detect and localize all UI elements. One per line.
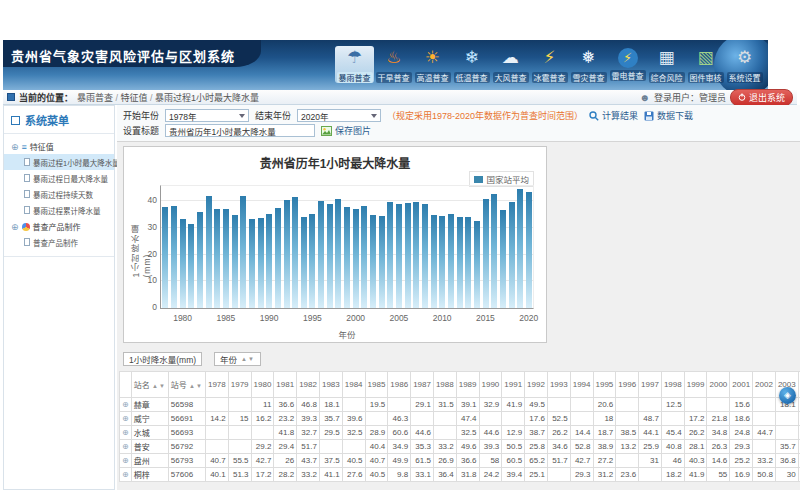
value-cell: 31.5 — [433, 398, 456, 412]
value-cell: 21.8 — [707, 412, 730, 426]
nav-item-5[interactable]: ☁大风普查 — [491, 46, 530, 83]
bar-slot — [300, 217, 309, 308]
year-column-header: 1981 — [274, 372, 297, 398]
value-cell: 25.2 — [730, 454, 753, 468]
bar-slot — [351, 209, 360, 308]
value-cell: 29.1 — [411, 398, 434, 412]
legend-label: 国家站平均 — [486, 173, 529, 185]
sort-year-control[interactable]: 年份 ▲▼ — [214, 352, 261, 366]
bar-slot — [334, 199, 343, 308]
x-tick-label: 2020 — [516, 313, 542, 323]
sidebar-item[interactable]: 暴雨过程1小时最大降水量 — [4, 154, 114, 170]
station-id-cell: 56598 — [168, 398, 205, 412]
value-cell: 36.6 — [456, 454, 479, 468]
user-area: ☻ 登录用户：管理员 退出系统 — [639, 89, 793, 106]
floating-badge[interactable]: ◈ — [779, 387, 796, 404]
value-cell: 39.3 — [297, 412, 320, 426]
nav-item-label: 高温普查 — [415, 72, 451, 83]
nav-item-8[interactable]: ⚡雷电普查 — [608, 46, 647, 83]
breadcrumb-left: 当前的位置： 暴雨普查 / 特征值 / 暴雨过程1小时最大降水量 — [7, 91, 259, 104]
bar-2018 — [509, 202, 515, 308]
nav-item-10[interactable]: ▧图件审核 — [686, 46, 725, 83]
year-column-header: 2001 — [730, 372, 753, 398]
row-expand-icon[interactable]: ⊕ — [120, 440, 132, 454]
login-user-label: 登录用户：管理员 — [654, 91, 726, 104]
sidebar-group-1[interactable]: ⊕≡特征值 — [4, 138, 114, 154]
bar-slot — [429, 215, 438, 308]
value-cell: 29.5 — [319, 426, 342, 440]
chevron-down-icon — [371, 114, 377, 118]
nav-item-label: 冰雹普查 — [532, 72, 568, 83]
sidebar-item[interactable]: 普查产品制作 — [4, 234, 114, 250]
value-cell: 34.8 — [707, 426, 730, 440]
value-cell — [661, 412, 684, 426]
end-year-select[interactable]: 2020年 — [297, 109, 381, 122]
value-cell: 41.8 — [274, 426, 297, 440]
nav-item-11[interactable]: ⚙系统设置 — [725, 46, 764, 83]
data-download-button[interactable]: 数据下载 — [644, 109, 693, 122]
value-cell: 50.5 — [502, 440, 525, 454]
value-cell: 11 — [251, 398, 274, 412]
nav-item-1[interactable]: ☂暴雨普查 — [335, 46, 374, 83]
bar-1978 — [162, 207, 168, 308]
menu-icon — [11, 116, 20, 125]
station-id-header[interactable]: 站号 ▲▼ — [168, 372, 205, 398]
expand-icon[interactable]: ⊕ — [11, 143, 19, 151]
bar-2013 — [465, 217, 471, 308]
bar-slot — [421, 204, 430, 308]
station-name-header[interactable]: 站名 ▲▼ — [131, 372, 168, 398]
value-cell: 47.4 — [456, 412, 479, 426]
value-cell — [479, 412, 502, 426]
station-name-cell: 盘州 — [131, 454, 168, 468]
value-cell — [342, 398, 365, 412]
value-cell: 14.2 — [205, 412, 228, 426]
nav-item-3[interactable]: ☀高温普查 — [413, 46, 452, 83]
logout-button[interactable]: 退出系统 — [730, 89, 793, 106]
nav-item-2[interactable]: ♨干旱普查 — [374, 46, 413, 83]
value-cell: 55 — [707, 468, 730, 482]
bar-1984 — [214, 209, 220, 308]
breadcrumb-item[interactable]: 特征值 — [121, 93, 148, 103]
sidebar-item[interactable]: 暴雨过程累计降水量 — [4, 202, 114, 218]
sidebar-title: 系统菜单 — [4, 106, 114, 134]
breadcrumb-item[interactable]: 暴雨普查 — [77, 93, 113, 103]
nav-item-6[interactable]: ⚡冰雹普查 — [530, 46, 569, 83]
nav-item-7[interactable]: ❅雪灾普查 — [569, 46, 608, 83]
row-expand-icon[interactable]: ⊕ — [120, 468, 132, 482]
hail-icon: ⚡ — [544, 46, 556, 70]
row-expand-icon[interactable]: ⊕ — [120, 426, 132, 440]
value-cell: 42.7 — [570, 454, 593, 468]
value-cell: 51.3 — [228, 468, 251, 482]
row-expand-icon[interactable]: ⊕ — [120, 412, 132, 426]
expand-icon[interactable]: ⊕ — [11, 223, 19, 231]
nav-item-4[interactable]: ❄低温普查 — [452, 46, 491, 83]
row-expand-icon[interactable]: ⊕ — [120, 398, 132, 412]
breadcrumb-item[interactable]: 暴雨过程1小时最大降水量 — [155, 93, 259, 103]
value-cell: 14.6 — [707, 454, 730, 468]
table-row: ⊕水城5669341.832.729.532.528.960.644.632.5… — [120, 426, 800, 440]
value-cell: 27.6 — [342, 468, 365, 482]
bar-slot — [317, 201, 326, 308]
chart-title-input[interactable] — [165, 124, 315, 137]
value-cell: 18.2 — [661, 468, 684, 482]
table-row: ⊕普安5679229.229.451.740.434.935.333.249.6… — [120, 440, 800, 454]
calc-result-button[interactable]: 计算结果 — [589, 109, 638, 122]
row-expand-icon[interactable]: ⊕ — [120, 454, 132, 468]
start-year-select[interactable]: 1978年 — [165, 109, 249, 122]
nav-item-9[interactable]: ▦综合风险 — [647, 46, 686, 83]
value-cell — [319, 440, 342, 454]
sidebar-group-2[interactable]: ⊕普查产品制作 — [4, 218, 114, 234]
value-cell: 40.7 — [205, 454, 228, 468]
sidebar-item[interactable]: 暴雨过程持续天数 — [4, 186, 114, 202]
value-cell: 29.3 — [730, 440, 753, 454]
chart-title: 贵州省历年1小时最大降水量 — [124, 147, 546, 171]
sidebar-item-label: 普查产品制作 — [33, 237, 78, 248]
value-type-select[interactable]: 1小时降水量(mm) — [123, 352, 202, 366]
value-cell: 32.5 — [456, 426, 479, 440]
nav-item-label: 暴雨普查 — [337, 72, 373, 83]
sidebar-item[interactable]: 暴雨过程日最大降水量 — [4, 170, 114, 186]
save-image-button[interactable]: 保存图片 — [321, 124, 371, 137]
value-cell: 65.2 — [525, 454, 548, 468]
value-cell: 41.1 — [319, 468, 342, 482]
year-column-header: 1998 — [661, 372, 684, 398]
